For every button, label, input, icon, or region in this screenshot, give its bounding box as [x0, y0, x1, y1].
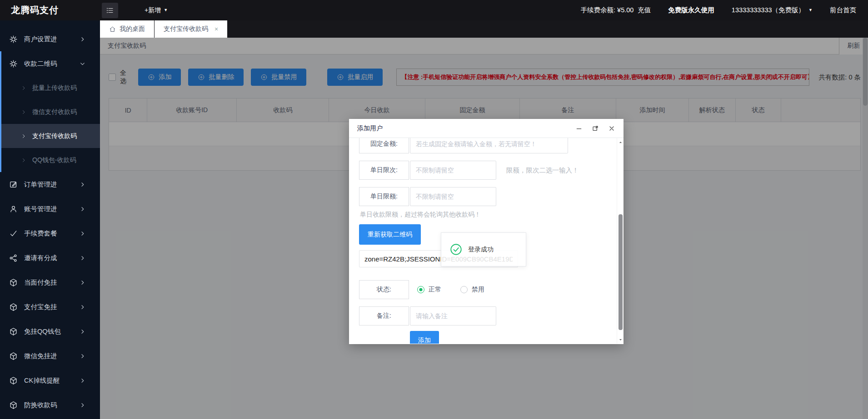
account-dropdown[interactable]: 13333333333（免费版） ▼: [732, 6, 813, 15]
limit-choice-hint: 限额，限次二选一输入！: [506, 161, 579, 180]
new-dropdown[interactable]: +新增 ▼: [145, 6, 168, 15]
sidebar-item-label: 免挂QQ钱包: [24, 327, 61, 336]
tab-alipay-qrcode[interactable]: 支付宝传收款码 ×: [155, 20, 227, 38]
status-label: 状态:: [359, 280, 409, 299]
plus-circle-icon: [260, 74, 268, 81]
sidebar-item-label: 防换收款码: [24, 401, 57, 409]
batch-disable-button[interactable]: 批量禁用: [251, 69, 306, 86]
toast-text: 登录成功: [468, 246, 494, 254]
sidebar-item-accounts[interactable]: 账号管理进: [0, 197, 100, 221]
maximize-icon[interactable]: [592, 125, 599, 132]
sidebar-item-orders[interactable]: 订单管理进: [0, 172, 100, 197]
fixed-amount-input[interactable]: [410, 138, 568, 153]
daily-limit-amount-label: 单日限额:: [359, 187, 409, 206]
daily-limit-count-input[interactable]: [410, 161, 496, 180]
sidebar-item-fee-plans[interactable]: 手续费套餐: [0, 221, 100, 246]
sidebar-item-wechat-free[interactable]: 微信免挂进: [0, 344, 100, 368]
caret-down-icon: ▼: [164, 8, 168, 12]
batch-delete-button[interactable]: 批量删除: [188, 69, 244, 86]
sidebar-item-ck-offline-alert[interactable]: CK掉线提醒: [0, 368, 100, 393]
caret-down-icon: ▼: [808, 8, 813, 12]
page-title: 支付宝收款码: [108, 42, 146, 50]
check-circle-icon: [450, 243, 462, 256]
radio-selected-icon: [417, 286, 424, 293]
sidebar-toggle-button[interactable]: [102, 3, 118, 18]
sidebar-subitem-wechat-qrcode[interactable]: 微信支付收款码: [1, 100, 100, 124]
modal-scrollbar-thumb[interactable]: [619, 214, 623, 330]
chevron-right-icon: [80, 329, 85, 335]
sidebar-subitem-label: 批量上传收款码: [32, 84, 77, 92]
sidebar-subitem-qq-wallet-qrcode[interactable]: QQ钱包-收款码: [1, 148, 100, 172]
batch-enable-button[interactable]: 批量启用: [327, 69, 383, 86]
chevron-right-icon: [80, 353, 85, 359]
topbar: 龙腾码支付 +新增 ▼ 手续费余额: ¥5.00 充值 免费版永久使用 1333…: [0, 0, 868, 20]
sidebar-item-merchant-settings[interactable]: 商户设置进: [0, 27, 100, 51]
sidebar-item-label: 收款二维码: [24, 59, 57, 68]
recharge-link[interactable]: 充值: [638, 6, 651, 15]
sidebar-subitem-label: 支付宝传收款码: [32, 132, 77, 140]
sidebar-item-label: 账号管理进: [24, 205, 57, 213]
button-label: 批量禁用: [271, 73, 297, 81]
app-logo: 龙腾码支付: [0, 4, 100, 16]
sidebar-item-f2f-pay[interactable]: 当面付免挂: [0, 270, 100, 295]
close-icon[interactable]: ×: [215, 25, 218, 33]
check-icon: [9, 229, 18, 238]
radio-label: 禁用: [472, 286, 484, 294]
modal-scrollbar[interactable]: [617, 138, 624, 344]
gear-icon: [9, 59, 18, 68]
sidebar-subitem-alipay-qrcode[interactable]: 支付宝传收款码: [1, 124, 100, 148]
chevron-right-icon: [80, 402, 85, 408]
tab-my-desktop[interactable]: 我的桌面: [100, 20, 154, 38]
close-icon[interactable]: [608, 125, 615, 132]
page-scrollbar[interactable]: [863, 38, 868, 419]
sidebar-item-invite-share[interactable]: 邀请有分成: [0, 246, 100, 270]
free-version-badge: 免费版永久使用: [668, 6, 714, 15]
button-label: 批量删除: [209, 73, 234, 81]
scroll-down-arrow-icon[interactable]: [617, 336, 624, 343]
chevron-right-icon: [80, 280, 85, 286]
cube-icon: [9, 376, 18, 385]
radio-unselected-icon: [460, 286, 468, 293]
sidebar-item-alipay-free[interactable]: 支付宝免挂: [0, 295, 100, 319]
cube-icon: [9, 352, 18, 360]
edit-icon: [9, 180, 18, 189]
sidebar-item-anti-swap-qrcode[interactable]: 防换收款码: [0, 393, 100, 417]
radio-disabled[interactable]: 禁用: [460, 286, 484, 294]
submit-add-button[interactable]: 添加: [410, 331, 439, 344]
modal-window-controls: [575, 125, 615, 132]
chevron-right-icon: [21, 85, 26, 91]
column-header: 收款账号ID: [147, 99, 237, 122]
app-root: 龙腾码支付 +新增 ▼ 手续费余额: ¥5.00 充值 免费版永久使用 1333…: [0, 0, 868, 419]
menu-icon: [106, 6, 114, 15]
sidebar-item-receive-qrcode[interactable]: 收款二维码: [1, 51, 100, 76]
sidebar: 商户设置进 收款二维码 批量上传收款码 微信支付收款码 支付宝传收款码: [0, 20, 100, 419]
sidebar-subitem-batch-upload[interactable]: 批量上传收款码: [1, 76, 100, 100]
front-home-link[interactable]: 前台首页: [830, 6, 856, 15]
chevron-right-icon: [80, 206, 85, 212]
sidebar-item-label: 订单管理进: [24, 180, 57, 189]
modal-title: 添加用户: [357, 124, 383, 133]
minimize-icon[interactable]: [575, 125, 583, 132]
daily-limit-count-label: 单日限次:: [359, 161, 409, 180]
chevron-right-icon: [80, 378, 85, 384]
modal-header: 添加用户: [349, 119, 624, 138]
add-button[interactable]: 添加: [138, 69, 181, 86]
refetch-qrcode-button[interactable]: 重新获取二维码: [359, 224, 421, 245]
refresh-button[interactable]: 刷新: [839, 38, 868, 54]
remark-row: 备注:: [359, 306, 624, 325]
tab-label: 支付宝传收款码: [164, 25, 208, 33]
page-scrollbar-thumb[interactable]: [863, 38, 868, 106]
radio-normal[interactable]: 正常: [417, 286, 441, 294]
column-header: ID: [109, 99, 147, 122]
scroll-up-arrow-icon[interactable]: [617, 139, 624, 145]
chevron-right-icon: [80, 36, 85, 42]
remark-input[interactable]: [410, 306, 496, 325]
sidebar-item-label: 商户设置进: [24, 35, 57, 44]
daily-limit-amount-input[interactable]: [410, 187, 496, 206]
sidebar-item-qq-wallet-free[interactable]: 免挂QQ钱包: [0, 319, 100, 344]
modal-body: 固定金额: 单日限次: 限额，限次二选一输入！ 单日限额: 单日收款限额，超过将…: [349, 138, 624, 344]
select-all-checkbox[interactable]: [109, 74, 116, 81]
chevron-right-icon: [80, 255, 85, 261]
radio-label: 正常: [429, 286, 441, 294]
login-success-toast: 登录成功: [441, 232, 526, 266]
